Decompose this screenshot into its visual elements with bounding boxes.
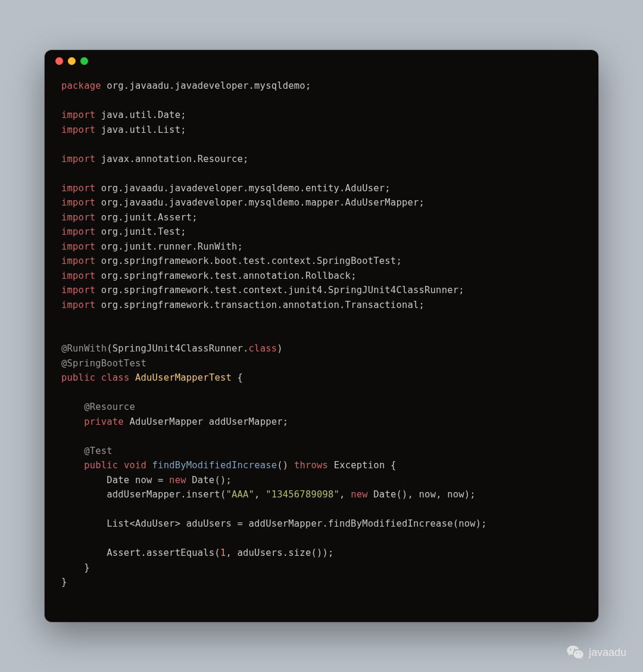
window-titlebar <box>45 50 598 71</box>
wechat-icon <box>566 643 584 661</box>
close-icon[interactable] <box>55 57 63 65</box>
minimize-icon[interactable] <box>68 57 76 65</box>
maximize-icon[interactable] <box>80 57 88 65</box>
code-content: package org.javaadu.javadeveloper.mysqld… <box>45 71 598 597</box>
watermark: javaadu <box>566 643 626 661</box>
watermark-label: javaadu <box>589 646 626 659</box>
code-window: package org.javaadu.javadeveloper.mysqld… <box>45 50 598 622</box>
